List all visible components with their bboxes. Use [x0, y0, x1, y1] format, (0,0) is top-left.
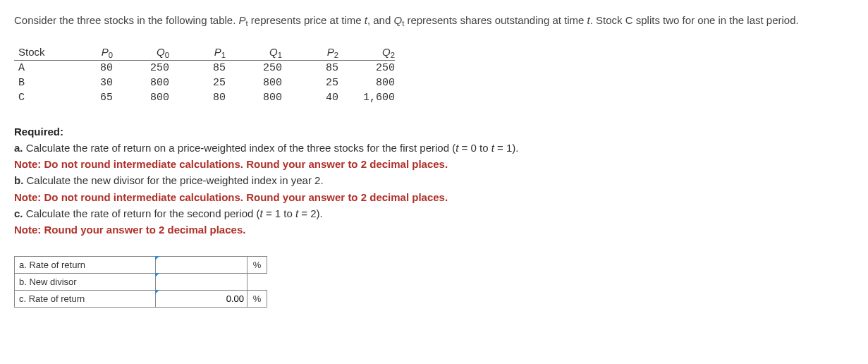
item-text: Calculate the rate of return on a price-… [26, 142, 456, 154]
answer-input-cell-c[interactable] [156, 291, 247, 308]
required-item-b: b. Calculate the new divisor for the pri… [14, 172, 854, 188]
cell-p1: 80 [169, 90, 226, 105]
col-q0: Q0 [113, 44, 169, 61]
rate-of-return-c-input[interactable] [159, 293, 244, 304]
item-text: = 2). [298, 207, 323, 219]
answer-row-a: a. Rate of return % [15, 257, 267, 274]
intro-text: . Stock C splits two for one in the last… [590, 14, 799, 26]
note-b: Note: Do not round intermediate calculat… [14, 189, 854, 205]
col-p2: P2 [282, 44, 338, 61]
item-text: = 1 to [263, 207, 295, 219]
cell-p0: 80 [56, 60, 113, 75]
col-p0: P0 [56, 44, 113, 61]
col-stock: Stock [14, 44, 56, 61]
cell-q1: 250 [226, 60, 282, 75]
cell-p0: 65 [56, 90, 113, 105]
note-a: Note: Do not round intermediate calculat… [14, 156, 854, 172]
cell-p2: 40 [282, 90, 338, 105]
item-text: Calculate the new divisor for the price-… [27, 174, 324, 186]
required-header: Required: [14, 123, 854, 140]
unit-percent: % [247, 257, 267, 274]
new-divisor-input[interactable] [159, 277, 244, 287]
answer-input-cell-b[interactable] [156, 274, 247, 291]
unit-percent: % [247, 291, 267, 308]
cell-q0: 800 [113, 90, 169, 105]
cell-stock: C [14, 90, 56, 105]
item-text: Calculate the rate of return for the sec… [26, 207, 260, 219]
item-label: a. [14, 142, 26, 154]
cell-q2: 800 [338, 75, 395, 90]
answer-input-cell-a[interactable] [156, 257, 247, 274]
item-label: b. [14, 174, 27, 186]
cell-p2: 25 [282, 75, 338, 90]
table-row: A 80 250 85 250 85 250 [14, 60, 395, 75]
unit-empty [247, 274, 267, 291]
note-c: Note: Round your answer to 2 decimal pla… [14, 222, 854, 238]
cell-p0: 30 [56, 75, 113, 90]
col-q1: Q1 [226, 44, 282, 61]
required-block: Required: a. Calculate the rate of retur… [14, 123, 854, 238]
item-label: c. [14, 207, 26, 219]
cell-q2: 1,600 [338, 90, 395, 105]
intro-text: Consider the three stocks in the followi… [14, 14, 239, 26]
table-row: B 30 800 25 800 25 800 [14, 75, 395, 90]
item-text: = 1). [494, 142, 519, 154]
cell-q1: 800 [226, 75, 282, 90]
answer-label-c: c. Rate of return [15, 291, 156, 308]
required-item-c: c. Calculate the rate of return for the … [14, 205, 854, 222]
q-var: Q [393, 14, 402, 26]
cell-q1: 800 [226, 90, 282, 105]
answer-row-c: c. Rate of return % [15, 291, 267, 308]
intro-text: , and [367, 14, 394, 26]
stock-data-table: Stock P0 Q0 P1 Q1 P2 Q2 A 80 250 85 250 … [14, 44, 395, 105]
intro-text: represents price at time [248, 14, 365, 26]
col-q2: Q2 [338, 44, 395, 61]
rate-of-return-a-input[interactable] [159, 260, 244, 270]
cell-stock: B [14, 75, 56, 90]
answer-table: a. Rate of return % b. New divisor c. Ra… [14, 256, 267, 308]
cell-p1: 85 [169, 60, 226, 75]
p-sub: t [246, 19, 248, 28]
required-item-a: a. Calculate the rate of return on a pri… [14, 140, 854, 156]
item-text: = 0 to [458, 142, 491, 154]
answer-row-b: b. New divisor [15, 274, 267, 291]
cell-q2: 250 [338, 60, 395, 75]
answer-label-a: a. Rate of return [15, 257, 156, 274]
cell-stock: A [14, 60, 56, 75]
col-p1: P1 [169, 44, 226, 61]
problem-intro: Consider the three stocks in the followi… [14, 13, 854, 29]
answer-label-b: b. New divisor [15, 274, 156, 291]
q-sub: t [402, 19, 404, 28]
p-var: P [239, 14, 246, 26]
cell-p2: 85 [282, 60, 338, 75]
table-header-row: Stock P0 Q0 P1 Q1 P2 Q2 [14, 44, 395, 61]
table-row: C 65 800 80 800 40 1,600 [14, 90, 395, 105]
intro-text: represents shares outstanding at time [404, 14, 587, 26]
cell-q0: 800 [113, 75, 169, 90]
cell-p1: 25 [169, 75, 226, 90]
cell-q0: 250 [113, 60, 169, 75]
